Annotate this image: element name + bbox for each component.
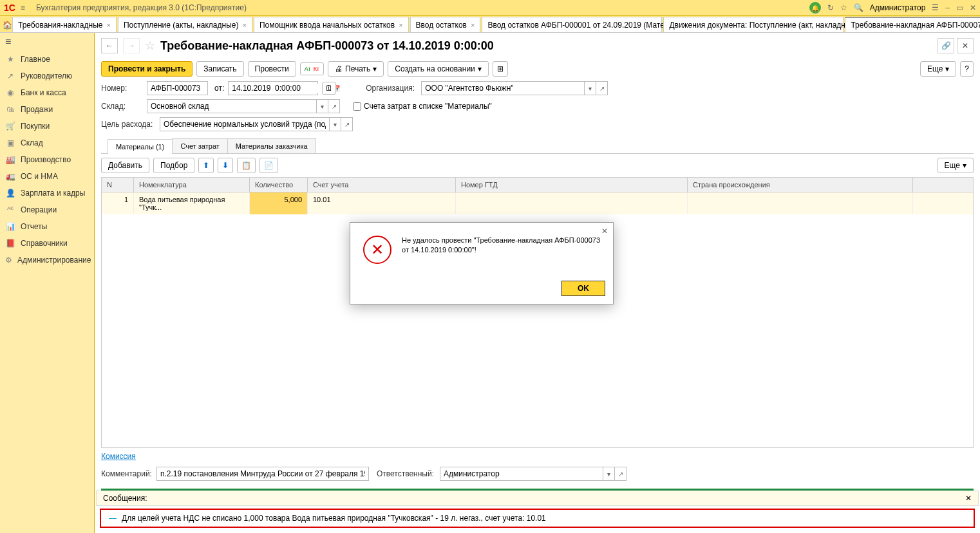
ot-label: от: bbox=[214, 84, 224, 93]
dropdown-icon[interactable]: ▾ bbox=[316, 100, 328, 113]
dobavit-button[interactable]: Добавить bbox=[101, 158, 149, 173]
materials-grid[interactable]: NНоменклатураКоличествоСчет учетаНомер Г… bbox=[101, 177, 974, 448]
menu-icon[interactable]: ≡ bbox=[21, 3, 33, 12]
open-icon[interactable]: ↗ bbox=[596, 82, 607, 95]
grid-header-1[interactable]: Номенклатура bbox=[134, 178, 250, 192]
tab-close-icon[interactable]: × bbox=[399, 21, 402, 29]
sidebar-item-9[interactable]: ᴬᴷОперации bbox=[0, 201, 94, 218]
cel-input[interactable]: ▾↗ bbox=[160, 117, 353, 131]
komissia-link[interactable]: Комиссия bbox=[101, 452, 136, 461]
dt-kt-button[interactable]: АтКт bbox=[300, 62, 324, 75]
grid-header-3[interactable]: Счет учета bbox=[308, 178, 456, 192]
copy-button[interactable]: 📋 bbox=[237, 158, 256, 173]
inner-tab-2[interactable]: Материалы заказчика bbox=[227, 138, 316, 153]
period-icon[interactable]: 🗓 bbox=[322, 82, 336, 95]
grid-cell[interactable]: 10.01 bbox=[308, 192, 456, 214]
sidebar-item-11[interactable]: 📕Справочники bbox=[0, 235, 94, 252]
settings-icon[interactable]: ☰ bbox=[932, 3, 939, 12]
fill-button[interactable]: 📄 bbox=[259, 158, 278, 173]
tab-close-icon[interactable]: × bbox=[471, 21, 475, 29]
open-icon[interactable]: ↗ bbox=[341, 118, 352, 131]
otv-input[interactable]: ▾↗ bbox=[440, 467, 627, 481]
star-icon[interactable]: ☆ bbox=[840, 3, 847, 12]
message-row[interactable]: — Для целей учета НДС не списано 1,000 т… bbox=[100, 509, 975, 528]
tab-2[interactable]: Помощник ввода начальных остатков× bbox=[254, 17, 409, 32]
tab-3[interactable]: Ввод остатков× bbox=[410, 17, 481, 32]
scheta-checkbox[interactable]: Счета затрат в списке "Материалы" bbox=[353, 102, 492, 111]
grid-cell[interactable] bbox=[688, 192, 913, 214]
tab-4[interactable]: Ввод остатков АФБП-000001 от 24.09.2019 … bbox=[482, 17, 662, 32]
grid-cell[interactable]: 5,000 bbox=[250, 192, 308, 214]
favorite-star-icon[interactable]: ☆ bbox=[145, 39, 155, 53]
tab-1[interactable]: Поступление (акты, накладные)× bbox=[118, 17, 252, 32]
sidebar-item-8[interactable]: 👤Зарплата и кадры bbox=[0, 185, 94, 201]
grid-cell[interactable]: 1 bbox=[102, 192, 134, 214]
sidebar-item-0[interactable]: ★Главное bbox=[0, 51, 94, 68]
app-title: Бухгалтерия предприятия, редакция 3.0 (1… bbox=[33, 3, 809, 12]
open-icon[interactable]: ↗ bbox=[328, 100, 339, 113]
forward-button[interactable]: → bbox=[123, 38, 140, 53]
tab-close-icon[interactable]: × bbox=[106, 21, 110, 29]
ok-button[interactable]: OK bbox=[561, 281, 605, 296]
minimize-icon[interactable]: – bbox=[945, 3, 950, 12]
pechat-button[interactable]: 🖨 Печать ▾ bbox=[328, 61, 384, 77]
data-input[interactable]: 📅 bbox=[228, 81, 318, 95]
sidebar-item-12[interactable]: ⚙Администрирование bbox=[0, 252, 94, 268]
sidebar-item-1[interactable]: ↗Руководителю bbox=[0, 68, 94, 84]
sidebar-toggle[interactable]: ≡ bbox=[0, 33, 94, 51]
nomer-input[interactable] bbox=[147, 81, 208, 95]
back-button[interactable]: ← bbox=[101, 38, 118, 53]
sozdat-na-osnovanii-button[interactable]: Создать на основании ▾ bbox=[388, 61, 489, 77]
tab-close-icon[interactable]: × bbox=[242, 21, 246, 29]
table-row[interactable]: 1Вода питьевая природная "Тучк...5,00010… bbox=[102, 192, 973, 214]
dropdown-icon[interactable]: ▾ bbox=[584, 82, 596, 95]
sidebar-icon: 🚛 bbox=[5, 172, 15, 181]
grid-esche-button[interactable]: Еще ▾ bbox=[938, 158, 974, 173]
esche-button[interactable]: Еще ▾ bbox=[920, 61, 956, 77]
tab-6[interactable]: Требование-накладная АФБП-000073 от 14.1… bbox=[845, 17, 980, 32]
provesti-zakryt-button[interactable]: Провести и закрыть bbox=[101, 61, 193, 77]
grid-cell[interactable]: Вода питьевая природная "Тучк... bbox=[134, 192, 250, 214]
dropdown-icon[interactable]: ▾ bbox=[329, 118, 341, 131]
messages-close-icon[interactable]: ✕ bbox=[965, 494, 972, 503]
move-up-button[interactable]: ⬆ bbox=[198, 158, 214, 173]
help-button[interactable]: ? bbox=[960, 61, 974, 77]
sidebar-item-3[interactable]: 🛍Продажи bbox=[0, 101, 94, 118]
sidebar-icon: ↗ bbox=[5, 71, 15, 80]
sidebar-item-4[interactable]: 🛒Покупки bbox=[0, 118, 94, 135]
home-tab[interactable]: 🏠 bbox=[3, 18, 12, 32]
provesti-button[interactable]: Провести bbox=[248, 61, 296, 77]
search-icon[interactable]: 🔍 bbox=[854, 3, 863, 12]
podbor-button[interactable]: Подбор bbox=[153, 158, 194, 173]
komment-input[interactable] bbox=[156, 467, 369, 481]
grid-header-0[interactable]: N bbox=[102, 178, 134, 192]
sidebar-item-2[interactable]: ◉Банк и касса bbox=[0, 84, 94, 101]
restore-icon[interactable]: ▭ bbox=[956, 3, 963, 12]
sidebar-item-5[interactable]: ▣Склад bbox=[0, 135, 94, 151]
open-icon[interactable]: ↗ bbox=[614, 467, 626, 480]
dialog-close-icon[interactable]: ✕ bbox=[601, 227, 608, 236]
dropdown-icon[interactable]: ▾ bbox=[603, 467, 614, 480]
move-down-button[interactable]: ⬇ bbox=[218, 158, 233, 173]
org-input[interactable]: ▾↗ bbox=[421, 81, 608, 95]
grid-header-4[interactable]: Номер ГТД bbox=[456, 178, 688, 192]
attach-icon[interactable]: 🔗 bbox=[938, 38, 954, 53]
structure-icon[interactable]: ⊞ bbox=[493, 61, 508, 77]
inner-tab-1[interactable]: Счет затрат bbox=[172, 138, 227, 153]
window-close-icon[interactable]: ✕ bbox=[957, 38, 974, 53]
sidebar-item-7[interactable]: 🚛ОС и НМА bbox=[0, 168, 94, 185]
close-icon[interactable]: ✕ bbox=[970, 3, 976, 12]
tab-0[interactable]: Требования-накладные× bbox=[12, 17, 117, 32]
tab-5[interactable]: Движения документа: Поступление (акт, на… bbox=[663, 17, 843, 32]
zapisat-button[interactable]: Записать bbox=[196, 61, 243, 77]
sidebar-item-10[interactable]: 📊Отчеты bbox=[0, 218, 94, 235]
user-name[interactable]: Администратор bbox=[870, 3, 926, 12]
bell-icon[interactable]: 🔔 bbox=[809, 2, 821, 14]
grid-header-2[interactable]: Количество bbox=[250, 178, 308, 192]
grid-header-5[interactable]: Страна происхождения bbox=[688, 178, 913, 192]
inner-tab-0[interactable]: Материалы (1) bbox=[108, 139, 173, 154]
history-icon[interactable]: ↻ bbox=[827, 3, 834, 12]
grid-cell[interactable] bbox=[456, 192, 688, 214]
sidebar-item-6[interactable]: 🏭Производство bbox=[0, 151, 94, 168]
sklad-input[interactable]: ▾↗ bbox=[147, 99, 340, 113]
